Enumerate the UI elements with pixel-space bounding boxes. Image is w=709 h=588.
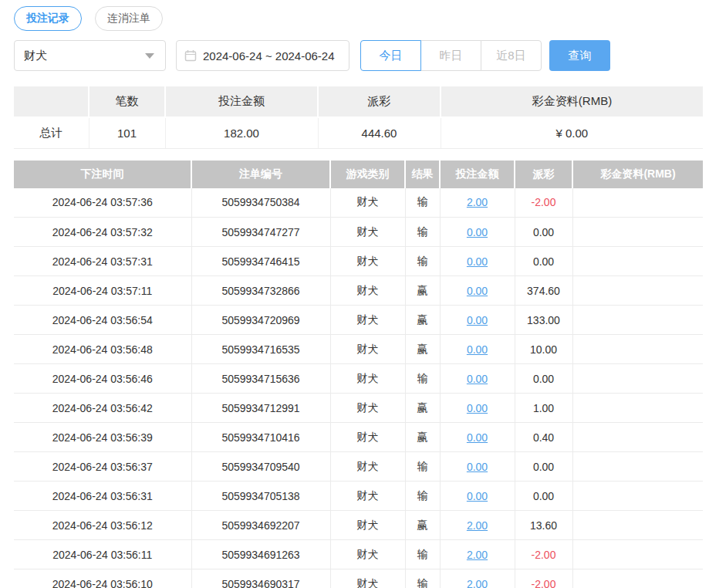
records-column-header: 下注时间 <box>14 161 191 188</box>
bet-amount-link[interactable]: 0.00 <box>467 343 488 356</box>
summary-table: 笔数投注金额派彩彩金资料(RMB) 总计 101 182.00 444.60 ¥… <box>14 86 703 149</box>
records-column-header: 派彩 <box>515 161 572 188</box>
today-button[interactable]: 今日 <box>360 40 421 71</box>
bet-time: 2024-06-24 03:56:10 <box>14 569 191 588</box>
game-type: 财犬 <box>330 482 405 511</box>
game-select[interactable]: 财犬 <box>14 40 166 71</box>
bet-time: 2024-06-24 03:57:11 <box>14 276 191 306</box>
payout: 0.00 <box>515 452 572 482</box>
order-id: 5059934709540 <box>191 452 330 482</box>
game-type: 财犬 <box>330 364 405 394</box>
bet-amount: 2.00 <box>440 511 515 540</box>
bet-amount-link[interactable]: 0.00 <box>467 314 488 326</box>
order-id: 5059934691263 <box>191 540 330 569</box>
order-id: 5059934750384 <box>191 188 330 218</box>
bet-amount: 2.00 <box>440 188 515 218</box>
order-id: 5059934692207 <box>191 511 330 540</box>
bet-amount-link[interactable]: 0.00 <box>467 285 488 297</box>
game-type: 财犬 <box>330 306 405 335</box>
records-column-header: 彩金资料(RMB) <box>572 161 703 188</box>
bonus <box>572 306 703 335</box>
order-id: 5059934690317 <box>191 569 330 588</box>
payout: 10.00 <box>515 335 572 364</box>
payout: -2.00 <box>515 569 572 588</box>
bet-amount-link[interactable]: 0.00 <box>467 226 488 238</box>
bet-time: 2024-06-24 03:56:39 <box>14 423 191 452</box>
records-column-header: 结果 <box>405 161 440 188</box>
summary-total-label: 总计 <box>14 117 89 148</box>
record-row: 2024-06-24 03:56:545059934720969财犬赢0.001… <box>14 306 703 335</box>
records-column-header: 注单编号 <box>191 161 330 188</box>
game-type: 财犬 <box>330 188 405 218</box>
result: 赢 <box>405 511 440 540</box>
game-type: 财犬 <box>330 511 405 540</box>
result: 输 <box>405 218 440 247</box>
bonus <box>572 452 703 482</box>
result: 输 <box>405 452 440 482</box>
tab-bet-records[interactable]: 投注记录 <box>14 6 82 31</box>
result: 赢 <box>405 306 440 335</box>
summary-bonus: ¥ 0.00 <box>441 117 703 148</box>
summary-column-header: 投注金额 <box>165 86 318 117</box>
game-type: 财犬 <box>330 247 405 276</box>
summary-column-header: 派彩 <box>318 86 441 117</box>
summary-payout: 444.60 <box>318 117 441 148</box>
bet-amount: 2.00 <box>440 540 515 569</box>
bet-amount: 0.00 <box>440 482 515 511</box>
game-type: 财犬 <box>330 218 405 247</box>
summary-bet-amount: 182.00 <box>165 117 318 148</box>
yesterday-button[interactable]: 昨日 <box>420 40 481 71</box>
bonus <box>572 511 703 540</box>
bet-amount-link[interactable]: 2.00 <box>467 519 488 532</box>
game-type: 财犬 <box>330 335 405 364</box>
bet-records-page: 投注记录 连消注单 财犬 2024-06-24 ~ 2024-06-24 今日 … <box>0 0 709 588</box>
bet-amount-link[interactable]: 0.00 <box>467 461 488 473</box>
bet-amount: 0.00 <box>440 423 515 452</box>
record-row: 2024-06-24 03:56:125059934692207财犬赢2.001… <box>14 511 703 540</box>
bonus <box>572 569 703 588</box>
bet-amount-link[interactable]: 2.00 <box>467 578 488 588</box>
filter-bar: 财犬 2024-06-24 ~ 2024-06-24 今日 昨日 近8日 查询 <box>14 40 709 71</box>
bet-amount-link[interactable]: 0.00 <box>467 373 488 385</box>
record-row: 2024-06-24 03:56:465059934715636财犬输0.000… <box>14 364 703 394</box>
record-row: 2024-06-24 03:57:315059934746415财犬输0.000… <box>14 247 703 276</box>
bet-amount: 0.00 <box>440 452 515 482</box>
summary-count: 101 <box>89 117 165 148</box>
records-column-header: 游戏类别 <box>330 161 405 188</box>
tab-cancelled-orders[interactable]: 连消注单 <box>95 6 163 31</box>
game-type: 财犬 <box>330 276 405 306</box>
bet-amount-link[interactable]: 0.00 <box>467 431 488 444</box>
bet-amount: 0.00 <box>440 276 515 306</box>
bonus <box>572 482 703 511</box>
result: 赢 <box>405 423 440 452</box>
bonus <box>572 276 703 306</box>
order-id: 5059934705138 <box>191 482 330 511</box>
summary-column-header: 笔数 <box>89 86 165 117</box>
order-id: 5059934712991 <box>191 394 330 423</box>
bet-amount-link[interactable]: 0.00 <box>467 402 488 414</box>
record-row: 2024-06-24 03:57:325059934747277财犬输0.000… <box>14 218 703 247</box>
bet-amount-link[interactable]: 0.00 <box>467 255 488 268</box>
bet-amount-link[interactable]: 0.00 <box>467 490 488 502</box>
game-type: 财犬 <box>330 540 405 569</box>
bonus <box>572 335 703 364</box>
bet-amount-link[interactable]: 2.00 <box>467 196 488 208</box>
bet-amount: 0.00 <box>440 364 515 394</box>
last-8-days-button[interactable]: 近8日 <box>481 40 542 71</box>
bonus <box>572 247 703 276</box>
bet-time: 2024-06-24 03:56:31 <box>14 482 191 511</box>
order-id: 5059934716535 <box>191 335 330 364</box>
search-button[interactable]: 查询 <box>549 40 610 71</box>
bet-amount: 0.00 <box>440 306 515 335</box>
date-range-value: 2024-06-24 ~ 2024-06-24 <box>203 49 335 63</box>
payout: 0.40 <box>515 423 572 452</box>
payout: 0.00 <box>515 364 572 394</box>
records-body: 2024-06-24 03:57:365059934750384财犬输2.00-… <box>14 188 703 588</box>
date-range-picker[interactable]: 2024-06-24 ~ 2024-06-24 <box>176 40 349 71</box>
result: 输 <box>405 540 440 569</box>
payout: 0.00 <box>515 482 572 511</box>
record-row: 2024-06-24 03:56:315059934705138财犬输0.000… <box>14 482 703 511</box>
bet-amount-link[interactable]: 2.00 <box>467 549 488 561</box>
record-row: 2024-06-24 03:57:115059934732866财犬赢0.003… <box>14 276 703 306</box>
payout: -2.00 <box>515 540 572 569</box>
